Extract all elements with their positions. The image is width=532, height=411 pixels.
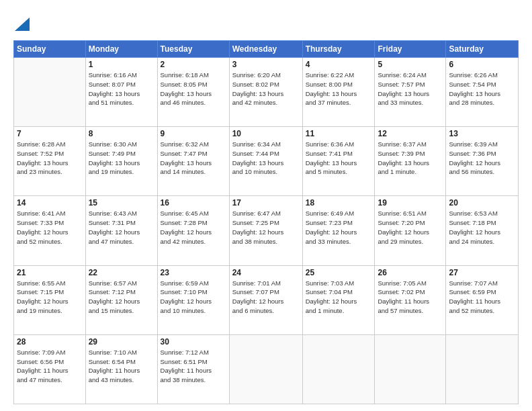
calendar-header-row: SundayMondayTuesdayWednesdayThursdayFrid…: [14, 41, 519, 58]
day-info: Sunrise: 7:01 AMSunset: 7:07 PMDaylight:…: [232, 279, 300, 316]
calendar-cell: 9Sunrise: 6:32 AMSunset: 7:47 PMDaylight…: [157, 127, 229, 196]
calendar-header-friday: Friday: [375, 41, 446, 58]
day-info: Sunrise: 7:03 AMSunset: 7:04 PMDaylight:…: [306, 279, 372, 316]
calendar-cell: [302, 334, 375, 404]
calendar-cell: [446, 334, 519, 404]
day-info: Sunrise: 6:18 AMSunset: 8:05 PMDaylight:…: [161, 71, 226, 107]
logo-triangle-icon: [15, 12, 30, 31]
day-number: 19: [378, 198, 443, 208]
day-info: Sunrise: 7:09 AMSunset: 6:56 PMDaylight:…: [17, 348, 83, 385]
calendar-cell: 23Sunrise: 6:59 AMSunset: 7:10 PMDayligh…: [157, 265, 229, 334]
calendar-header-saturday: Saturday: [446, 41, 519, 58]
calendar-cell: 26Sunrise: 7:05 AMSunset: 7:02 PMDayligh…: [375, 265, 446, 334]
day-info: Sunrise: 6:30 AMSunset: 7:49 PMDaylight:…: [89, 140, 154, 177]
day-number: 24: [232, 268, 300, 277]
calendar-cell: 11Sunrise: 6:36 AMSunset: 7:41 PMDayligh…: [302, 127, 375, 196]
day-info: Sunrise: 7:10 AMSunset: 6:54 PMDaylight:…: [89, 348, 154, 385]
calendar-cell: 28Sunrise: 7:09 AMSunset: 6:56 PMDayligh…: [14, 334, 86, 404]
day-number: 30: [161, 337, 226, 347]
day-info: Sunrise: 6:57 AMSunset: 7:12 PMDaylight:…: [89, 279, 154, 316]
day-number: 11: [306, 129, 372, 138]
calendar-cell: 4Sunrise: 6:22 AMSunset: 8:00 PMDaylight…: [302, 58, 375, 127]
day-number: 15: [89, 198, 154, 208]
day-number: 2: [161, 60, 226, 69]
day-info: Sunrise: 6:45 AMSunset: 7:28 PMDaylight:…: [161, 209, 226, 246]
calendar-cell: [14, 58, 86, 127]
calendar-cell: 8Sunrise: 6:30 AMSunset: 7:49 PMDaylight…: [85, 127, 157, 196]
calendar-cell: 2Sunrise: 6:18 AMSunset: 8:05 PMDaylight…: [157, 58, 229, 127]
day-number: 12: [378, 129, 443, 138]
calendar-cell: 24Sunrise: 7:01 AMSunset: 7:07 PMDayligh…: [229, 265, 302, 334]
day-number: 4: [306, 60, 372, 69]
header: [13, 12, 519, 35]
calendar-cell: 21Sunrise: 6:55 AMSunset: 7:15 PMDayligh…: [14, 265, 86, 334]
calendar-cell: 17Sunrise: 6:47 AMSunset: 7:25 PMDayligh…: [229, 196, 302, 265]
calendar-cell: 10Sunrise: 6:34 AMSunset: 7:44 PMDayligh…: [229, 127, 302, 196]
day-info: Sunrise: 6:36 AMSunset: 7:41 PMDaylight:…: [306, 140, 372, 177]
calendar-cell: 14Sunrise: 6:41 AMSunset: 7:33 PMDayligh…: [14, 196, 86, 265]
day-info: Sunrise: 7:05 AMSunset: 7:02 PMDaylight:…: [378, 279, 443, 316]
day-info: Sunrise: 6:24 AMSunset: 7:57 PMDaylight:…: [378, 71, 443, 107]
day-info: Sunrise: 6:51 AMSunset: 7:20 PMDaylight:…: [378, 209, 443, 246]
day-info: Sunrise: 6:22 AMSunset: 8:00 PMDaylight:…: [306, 71, 372, 107]
day-info: Sunrise: 7:12 AMSunset: 6:51 PMDaylight:…: [161, 348, 226, 385]
logo: [13, 12, 30, 35]
day-info: Sunrise: 6:41 AMSunset: 7:33 PMDaylight:…: [17, 209, 83, 246]
svg-marker-0: [15, 17, 30, 31]
day-info: Sunrise: 6:20 AMSunset: 8:02 PMDaylight:…: [232, 71, 300, 107]
day-number: 1: [89, 60, 154, 69]
day-info: Sunrise: 6:32 AMSunset: 7:47 PMDaylight:…: [161, 140, 226, 177]
day-info: Sunrise: 6:39 AMSunset: 7:36 PMDaylight:…: [449, 140, 515, 177]
calendar-week-1: 1Sunrise: 6:16 AMSunset: 8:07 PMDaylight…: [14, 58, 519, 127]
calendar-table: SundayMondayTuesdayWednesdayThursdayFrid…: [13, 40, 519, 404]
day-number: 22: [89, 268, 154, 277]
day-info: Sunrise: 7:07 AMSunset: 6:59 PMDaylight:…: [449, 279, 515, 316]
calendar-cell: 29Sunrise: 7:10 AMSunset: 6:54 PMDayligh…: [85, 334, 157, 404]
day-number: 18: [306, 198, 372, 208]
day-number: 20: [449, 198, 515, 208]
calendar-cell: 27Sunrise: 7:07 AMSunset: 6:59 PMDayligh…: [446, 265, 519, 334]
calendar-cell: 22Sunrise: 6:57 AMSunset: 7:12 PMDayligh…: [85, 265, 157, 334]
calendar-week-5: 28Sunrise: 7:09 AMSunset: 6:56 PMDayligh…: [14, 334, 519, 404]
calendar-cell: 15Sunrise: 6:43 AMSunset: 7:31 PMDayligh…: [85, 196, 157, 265]
calendar-header-thursday: Thursday: [302, 41, 375, 58]
calendar-cell: 20Sunrise: 6:53 AMSunset: 7:18 PMDayligh…: [446, 196, 519, 265]
day-number: 16: [161, 198, 226, 208]
calendar-cell: [229, 334, 302, 404]
calendar-cell: 1Sunrise: 6:16 AMSunset: 8:07 PMDaylight…: [85, 58, 157, 127]
calendar-cell: 6Sunrise: 6:26 AMSunset: 7:54 PMDaylight…: [446, 58, 519, 127]
day-info: Sunrise: 6:43 AMSunset: 7:31 PMDaylight:…: [89, 209, 154, 246]
day-number: 25: [306, 268, 372, 277]
calendar-cell: [375, 334, 446, 404]
calendar-cell: 7Sunrise: 6:28 AMSunset: 7:52 PMDaylight…: [14, 127, 86, 196]
calendar-cell: 3Sunrise: 6:20 AMSunset: 8:02 PMDaylight…: [229, 58, 302, 127]
calendar-week-3: 14Sunrise: 6:41 AMSunset: 7:33 PMDayligh…: [14, 196, 519, 265]
day-info: Sunrise: 6:37 AMSunset: 7:39 PMDaylight:…: [378, 140, 443, 177]
calendar-cell: 12Sunrise: 6:37 AMSunset: 7:39 PMDayligh…: [375, 127, 446, 196]
calendar-cell: 13Sunrise: 6:39 AMSunset: 7:36 PMDayligh…: [446, 127, 519, 196]
calendar-header-monday: Monday: [85, 41, 157, 58]
calendar-cell: 30Sunrise: 7:12 AMSunset: 6:51 PMDayligh…: [157, 334, 229, 404]
calendar-cell: 25Sunrise: 7:03 AMSunset: 7:04 PMDayligh…: [302, 265, 375, 334]
calendar-cell: 19Sunrise: 6:51 AMSunset: 7:20 PMDayligh…: [375, 196, 446, 265]
calendar-cell: 18Sunrise: 6:49 AMSunset: 7:23 PMDayligh…: [302, 196, 375, 265]
calendar-week-4: 21Sunrise: 6:55 AMSunset: 7:15 PMDayligh…: [14, 265, 519, 334]
calendar-header-tuesday: Tuesday: [157, 41, 229, 58]
page: SundayMondayTuesdayWednesdayThursdayFrid…: [0, 0, 532, 411]
calendar-week-2: 7Sunrise: 6:28 AMSunset: 7:52 PMDaylight…: [14, 127, 519, 196]
day-number: 5: [378, 60, 443, 69]
day-number: 3: [232, 60, 300, 69]
day-number: 26: [378, 268, 443, 277]
day-number: 10: [232, 129, 300, 138]
calendar-cell: 16Sunrise: 6:45 AMSunset: 7:28 PMDayligh…: [157, 196, 229, 265]
day-number: 29: [89, 337, 154, 347]
day-number: 21: [17, 268, 83, 277]
day-number: 28: [17, 337, 83, 347]
day-info: Sunrise: 6:47 AMSunset: 7:25 PMDaylight:…: [232, 209, 300, 246]
day-number: 17: [232, 198, 300, 208]
day-number: 9: [161, 129, 226, 138]
day-number: 23: [161, 268, 226, 277]
day-info: Sunrise: 6:53 AMSunset: 7:18 PMDaylight:…: [449, 209, 515, 246]
day-info: Sunrise: 6:59 AMSunset: 7:10 PMDaylight:…: [161, 279, 226, 316]
calendar-cell: 5Sunrise: 6:24 AMSunset: 7:57 PMDaylight…: [375, 58, 446, 127]
